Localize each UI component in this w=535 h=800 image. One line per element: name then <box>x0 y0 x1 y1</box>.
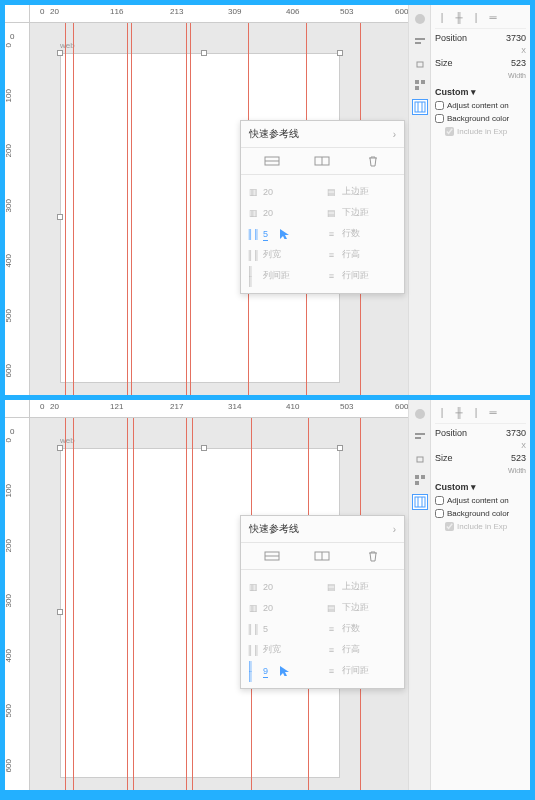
vertical-guide[interactable] <box>186 23 187 395</box>
resize-handle[interactable] <box>57 445 63 451</box>
ruler-tick: 600 <box>395 402 408 411</box>
ruler-tick: 20 <box>50 402 59 411</box>
rows-input[interactable]: 行数 <box>342 226 360 242</box>
ruler-vertical[interactable]: 0100200300400500600 <box>5 23 30 395</box>
margin-top-input[interactable]: 上边距 <box>342 579 369 595</box>
columns-input[interactable]: 5 <box>263 228 268 241</box>
align-right-icon[interactable]: | <box>469 10 483 24</box>
margin-left-input[interactable]: 20 <box>263 581 273 594</box>
resize-handle[interactable] <box>57 609 63 615</box>
custom-dropdown[interactable]: Custom ▾ <box>435 87 476 97</box>
align-top-icon[interactable]: ═ <box>486 405 500 419</box>
bottom-frame: 020121217314410503600 010020030040050060… <box>5 400 530 790</box>
vertical-guide[interactable] <box>73 23 74 395</box>
margin-bottom-input[interactable]: 下边距 <box>342 205 369 221</box>
adjust-checkbox[interactable] <box>435 496 444 505</box>
align-icon[interactable] <box>412 428 428 444</box>
ruler-tick: 100 <box>5 484 13 497</box>
align-center-icon[interactable]: ╫ <box>452 405 466 419</box>
options-icon[interactable] <box>412 472 428 488</box>
align-center-icon[interactable]: ╫ <box>452 10 466 24</box>
ruler-tick: 400 <box>5 254 13 267</box>
svg-rect-15 <box>415 433 425 435</box>
inspector-panel: | ╫ | ═ Position 3730 X Size 523 Width C… <box>430 5 530 395</box>
fill-icon[interactable] <box>412 11 428 27</box>
size-value[interactable]: 523 <box>511 453 526 463</box>
vertical-guide-icon[interactable] <box>312 549 332 563</box>
row-gap-input[interactable]: 行间距 <box>342 663 369 679</box>
resize-handle[interactable] <box>201 50 207 56</box>
rows-input[interactable]: 行数 <box>342 621 360 637</box>
margin-top-input[interactable]: 上边距 <box>342 184 369 200</box>
trash-icon[interactable] <box>363 549 383 563</box>
col-width-input[interactable]: 列宽 <box>263 247 281 263</box>
margin-bottom-input[interactable]: 下边距 <box>342 600 369 616</box>
align-left-icon[interactable]: | <box>435 10 449 24</box>
col-width-icon: ║║ <box>247 644 259 656</box>
vertical-guide[interactable] <box>73 418 74 790</box>
align-icon[interactable] <box>412 33 428 49</box>
ruler-vertical[interactable]: 0100200300400500600 <box>5 418 30 790</box>
lock-icon[interactable] <box>412 450 428 466</box>
margin-left-input[interactable]: 20 <box>263 186 273 199</box>
popup-body: ▥20 ▤上边距 ▥20 ▤下边距 ║║5 ≡行数 ║║列宽 ≡行高 ║ ║9 … <box>241 570 404 688</box>
ruler-origin <box>5 5 30 23</box>
grid-icon[interactable] <box>412 494 428 510</box>
ruler-tick: 0 <box>5 438 13 442</box>
col-width-input[interactable]: 列宽 <box>263 642 281 658</box>
ruler-tick: 100 <box>5 89 13 102</box>
vertical-guide[interactable] <box>127 418 128 790</box>
ruler-tick: 503 <box>340 7 353 16</box>
resize-handle[interactable] <box>337 445 343 451</box>
custom-dropdown[interactable]: Custom ▾ <box>435 482 476 492</box>
columns-input[interactable]: 5 <box>263 623 268 636</box>
vertical-guide[interactable] <box>186 418 187 790</box>
vertical-guide[interactable] <box>65 23 66 395</box>
align-top-icon[interactable]: ═ <box>486 10 500 24</box>
margin-left-icon: ▥ <box>247 186 259 198</box>
trash-icon[interactable] <box>363 154 383 168</box>
row-gap-input[interactable]: 行间距 <box>342 268 369 284</box>
lock-icon[interactable] <box>412 55 428 71</box>
chevron-right-icon[interactable]: › <box>393 524 396 535</box>
vertical-guide[interactable] <box>65 418 66 790</box>
size-value[interactable]: 523 <box>511 58 526 68</box>
ruler-tick: 200 <box>5 144 13 157</box>
popup-toolbar <box>241 543 404 570</box>
vertical-guide[interactable] <box>190 23 191 395</box>
vertical-guide[interactable] <box>192 418 193 790</box>
grid-icon[interactable] <box>412 99 428 115</box>
vertical-guide[interactable] <box>127 23 128 395</box>
align-left-icon[interactable]: | <box>435 405 449 419</box>
resize-handle[interactable] <box>57 214 63 220</box>
options-icon[interactable] <box>412 77 428 93</box>
svg-rect-19 <box>421 475 425 479</box>
vertical-guide[interactable] <box>133 418 134 790</box>
row-height-input[interactable]: 行高 <box>342 247 360 263</box>
ruler-tick: 121 <box>110 402 123 411</box>
align-row: | ╫ | ═ <box>435 405 526 424</box>
svg-rect-1 <box>415 38 425 40</box>
bgcolor-checkbox[interactable] <box>435 509 444 518</box>
bgcolor-checkbox[interactable] <box>435 114 444 123</box>
align-right-icon[interactable]: | <box>469 405 483 419</box>
fill-icon[interactable] <box>412 406 428 422</box>
horizontal-guide-icon[interactable] <box>262 549 282 563</box>
position-value[interactable]: 3730 <box>506 428 526 438</box>
rows-icon: ≡ <box>326 228 338 240</box>
col-gap-input[interactable]: 列间距 <box>263 268 290 284</box>
align-row: | ╫ | ═ <box>435 10 526 29</box>
resize-handle[interactable] <box>337 50 343 56</box>
vertical-guide-icon[interactable] <box>312 154 332 168</box>
margin-right-input[interactable]: 20 <box>263 602 273 615</box>
margin-right-input[interactable]: 20 <box>263 207 273 220</box>
position-value[interactable]: 3730 <box>506 33 526 43</box>
horizontal-guide-icon[interactable] <box>262 154 282 168</box>
resize-handle[interactable] <box>57 50 63 56</box>
row-height-input[interactable]: 行高 <box>342 642 360 658</box>
vertical-guide[interactable] <box>131 23 132 395</box>
chevron-right-icon[interactable]: › <box>393 129 396 140</box>
adjust-checkbox[interactable] <box>435 101 444 110</box>
resize-handle[interactable] <box>201 445 207 451</box>
col-gap-input[interactable]: 9 <box>263 665 268 678</box>
